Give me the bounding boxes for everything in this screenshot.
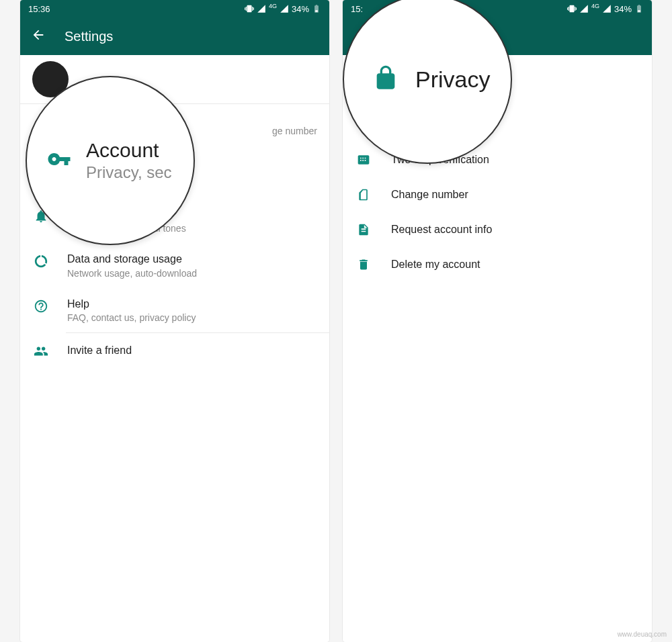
- account-item-change-number[interactable]: Change number: [343, 177, 652, 212]
- lock-icon: [372, 64, 399, 94]
- battery-percent: 34%: [614, 4, 632, 14]
- item-subtitle: FAQ, contact us, privacy policy: [67, 312, 317, 323]
- sim-icon: [356, 188, 371, 201]
- battery-icon: [634, 4, 644, 13]
- vibrate-icon: [245, 4, 254, 13]
- item-subtitle: Network usage, auto-download: [67, 268, 317, 279]
- account-item-delete[interactable]: Delete my account: [343, 247, 652, 282]
- settings-item-invite[interactable]: Invite a friend: [20, 333, 329, 368]
- battery-icon: [312, 4, 321, 13]
- battery-percent: 34%: [292, 4, 309, 14]
- watermark: www.deuaq.com: [618, 631, 667, 638]
- settings-item-data[interactable]: Data and storage usage Network usage, au…: [20, 243, 329, 288]
- magnifier-title: Privacy: [415, 66, 490, 93]
- item-title: Request account info: [391, 224, 492, 236]
- pin-icon: [356, 153, 371, 167]
- item-title: Delete my account: [391, 259, 480, 271]
- back-button[interactable]: [31, 28, 46, 45]
- key-icon: [47, 147, 71, 174]
- status-bar: 15:36 4G 34%: [20, 0, 329, 17]
- item-title: Help: [67, 297, 317, 312]
- account-item-request-info[interactable]: Request account info: [343, 212, 652, 247]
- item-title: Invite a friend: [67, 344, 132, 358]
- item-title: Data and storage usage: [67, 253, 317, 267]
- data-usage-icon: [34, 254, 48, 269]
- magnifier-account: Account Privacy, sec: [26, 76, 195, 245]
- document-icon: [356, 223, 371, 236]
- phone-settings: 15:36 4G 34% Settings ge number: [20, 0, 329, 642]
- trash-icon: [356, 258, 371, 271]
- app-bar: Settings: [20, 17, 329, 55]
- signal-icon: [257, 4, 266, 13]
- help-icon: [34, 299, 48, 314]
- page-title: Settings: [65, 29, 113, 44]
- signal-icon: [602, 4, 612, 13]
- signal-icon: [280, 4, 289, 13]
- phone-account: 15: 4G 34% Two-step verification Change …: [343, 0, 652, 642]
- magnifier-subtitle: Privacy, sec: [86, 163, 172, 182]
- settings-item-help[interactable]: Help FAQ, contact us, privacy policy: [20, 288, 329, 333]
- magnifier-privacy: Privacy: [343, 0, 512, 164]
- magnifier-title: Account: [86, 139, 172, 162]
- status-time: 15:36: [28, 4, 50, 14]
- signal-icon: [579, 4, 589, 13]
- item-title: Change number: [391, 189, 468, 201]
- status-time: 15:: [351, 4, 363, 14]
- vibrate-icon: [567, 4, 577, 13]
- people-icon: [34, 344, 48, 359]
